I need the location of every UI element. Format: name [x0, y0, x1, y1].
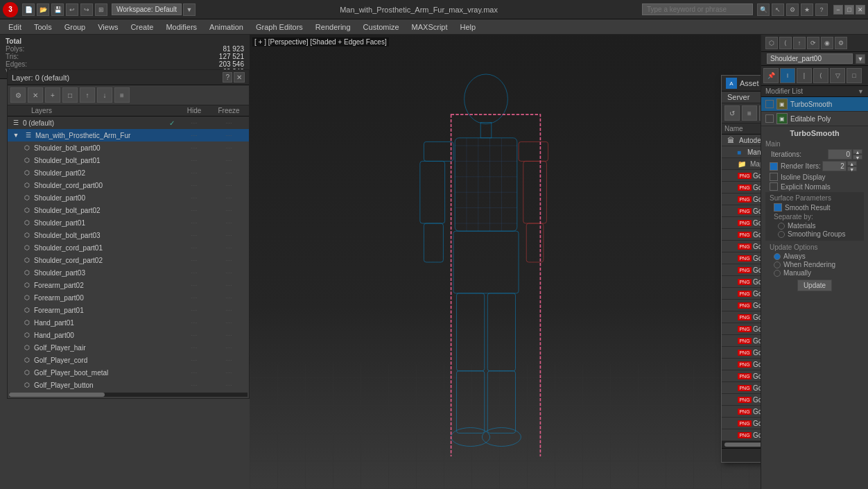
menu-customize[interactable]: Customize	[358, 22, 405, 33]
menu-views[interactable]: Views	[92, 22, 123, 33]
list-item[interactable]: ⬡ Forearm_part01 ···· ····	[8, 304, 249, 316]
list-item[interactable]: PNG Golf_Player_pant_normal.png Found	[722, 382, 761, 394]
list-item[interactable]: ⬡ Golf_Player_button ···· ····	[8, 379, 249, 391]
render-iters-checkbox[interactable]	[770, 162, 778, 171]
menu-tools[interactable]: Tools	[28, 22, 58, 33]
list-item[interactable]: ⬡ Golf_Player_hair ···· ····	[8, 341, 249, 354]
menu-animation[interactable]: Animation	[204, 22, 249, 33]
list-item[interactable]: ⬡ Hand_part01 ···· ····	[8, 316, 249, 329]
always-radio[interactable]	[774, 253, 781, 260]
list-item[interactable]: PNG Golf_Player_foot_displacement.png Fo…	[722, 194, 761, 205]
rp-motion-icon[interactable]: ⟳	[807, 37, 819, 49]
active-icon[interactable]: I	[780, 68, 795, 83]
select-icon[interactable]: ↖	[772, 3, 784, 16]
render-down-icon[interactable]: ▼	[847, 166, 857, 171]
list-item[interactable]: ⬡ Shoulder_part02 ···· ····	[8, 166, 249, 179]
menu-group[interactable]: Group	[59, 22, 92, 33]
list-item[interactable]: ■ Man_with_Prosthetic_Arm_Fur_max_vray.m…	[722, 146, 761, 158]
menu-edit[interactable]: Edit	[3, 22, 27, 33]
rp-hierarchy-icon[interactable]: ↑	[793, 37, 806, 49]
workspace-button[interactable]: Workspace: Default	[112, 3, 182, 15]
list-item[interactable]: ⬡ Shoulder_cord_part00 ···· ····	[8, 179, 249, 191]
rp-display-icon[interactable]: ◉	[821, 37, 833, 49]
open-icon[interactable]: 📂	[37, 3, 49, 16]
menu-help[interactable]: Help	[455, 22, 482, 33]
list-item[interactable]: PNG Golf_Player_hand_normal.png Found	[722, 288, 761, 300]
menu-modifiers[interactable]: Modifiers	[160, 22, 202, 33]
when-rendering-radio[interactable]	[774, 261, 781, 268]
list-item[interactable]: ⬡ Forearm_part00 ···· ····	[8, 291, 249, 304]
settings-icon[interactable]: ⚙	[786, 3, 799, 16]
layer-add-icon[interactable]: +	[45, 87, 60, 103]
pin-icon[interactable]: 📌	[763, 68, 779, 83]
help-icon[interactable]: ?	[815, 3, 828, 16]
isoline-checkbox[interactable]	[770, 173, 778, 181]
rp-create-icon[interactable]: ⬡	[765, 37, 778, 49]
layer-panel-close[interactable]: ✕	[234, 72, 245, 83]
mod-checkbox[interactable]	[765, 114, 774, 123]
menu-rendering[interactable]: Rendering	[310, 22, 356, 33]
at-grid-icon[interactable]: ⊞	[759, 105, 761, 121]
rp-modify-icon[interactable]: ⟨	[779, 37, 792, 49]
list-item[interactable]: ⬡ Shoulder_part00 ···· ····	[8, 191, 249, 204]
manually-radio[interactable]	[774, 270, 781, 277]
layer-settings-icon[interactable]: ⚙	[10, 87, 26, 103]
list-item[interactable]: PNG Golf_Player_glower_normal.png Found	[722, 252, 761, 264]
list-item[interactable]: PNG Golf_Player_foot_ferlect.png Found	[722, 205, 761, 217]
at-scrollbar-thumb[interactable]	[724, 443, 761, 447]
list-item[interactable]: ⬡ Golf_Player_boot_metal ···· ····	[8, 366, 249, 379]
at-list-icon[interactable]: ≡	[742, 105, 757, 121]
search-icon[interactable]: 🔍	[757, 3, 770, 16]
list-item[interactable]: PNG Golf_Player_top_normal.png Found	[722, 429, 761, 441]
layer-sort-icon[interactable]: ≡	[114, 87, 130, 103]
close-button[interactable]: ✕	[856, 5, 865, 15]
smoothing-groups-radio[interactable]	[778, 231, 785, 238]
list-item[interactable]: ⬡ Shoulder_part01 ···· ····	[8, 216, 249, 229]
materials-radio[interactable]	[778, 223, 785, 230]
modifier-item[interactable]: ▣ Editable Poly	[761, 112, 868, 126]
viewport-icon[interactable]: ⊞	[95, 3, 107, 16]
at-scrollbar[interactable]	[724, 443, 761, 447]
maximize-button[interactable]: □	[844, 5, 854, 15]
mod-checkbox[interactable]	[765, 100, 774, 108]
list-item[interactable]: PNG Golf_Player_foot_normal.png Found	[722, 217, 761, 229]
list-item[interactable]: ⬡ Shoulder_cord_part01 ···· ····	[8, 241, 249, 254]
search-input[interactable]	[642, 3, 753, 15]
layer-panel-help[interactable]: ?	[223, 72, 232, 83]
menu-graph-editors[interactable]: Graph Editors	[250, 22, 309, 33]
tool3-icon[interactable]: ▽	[830, 68, 845, 83]
explicit-normals-checkbox[interactable]	[770, 182, 778, 191]
at-menu-server[interactable]: Server	[722, 92, 755, 103]
list-item[interactable]: ▼ ☰ Man_with_Prosthetic_Arm_Fur ···· ···…	[8, 129, 249, 141]
render-up-icon[interactable]: ▲	[847, 161, 857, 166]
list-item[interactable]: ⬡ Shoulder_bolt_part00 ···· ····	[8, 141, 249, 154]
list-item[interactable]: 📁 Maps / Shaders	[722, 158, 761, 170]
list-item[interactable]: PNG Golf_Player_pant.png Found	[722, 359, 761, 370]
list-item[interactable]: PNG Golf_Player_hand_reflect.png Found	[722, 300, 761, 311]
menu-maxscript[interactable]: MAXScript	[406, 22, 453, 33]
viewport[interactable]: [ + ] [Perspective] [Shaded + Edged Face…	[250, 35, 761, 489]
modifier-item[interactable]: ▣ TurboSmooth	[761, 97, 868, 112]
iterations-input[interactable]	[828, 149, 852, 160]
rp-utilities-icon[interactable]: ⚙	[835, 37, 847, 49]
list-item[interactable]: PNG Golf_Player_glower_displacement.png …	[722, 241, 761, 252]
save-icon[interactable]: 💾	[51, 3, 64, 16]
undo-icon[interactable]: ↩	[66, 3, 78, 16]
list-item[interactable]: PNG Golf_Player_head.png Found	[722, 311, 761, 323]
object-name[interactable]: Shoulder_part00	[767, 53, 853, 64]
layer-move-down-icon[interactable]: ↓	[97, 87, 112, 103]
list-item[interactable]: ⬡ Shoulder_bolt_part02 ···· ····	[8, 204, 249, 216]
list-item[interactable]: PNG Golf_Player_pant_displacement.png Fo…	[722, 370, 761, 382]
list-item[interactable]: ⬡ Shoulder_bolt_part03 ···· ····	[8, 229, 249, 241]
list-item[interactable]: PNG Golf_Player_head_normal.png Found	[722, 335, 761, 347]
at-menu-file[interactable]: File	[755, 92, 761, 103]
redo-icon[interactable]: ↪	[80, 3, 93, 16]
minimize-button[interactable]: −	[833, 5, 843, 15]
at-scrollbar-area[interactable]	[722, 441, 761, 448]
layer-delete-icon[interactable]: ✕	[28, 87, 43, 103]
update-button[interactable]: Update	[797, 280, 832, 291]
list-item[interactable]: ⬡ Shoulder_bolt_part01 ···· ····	[8, 154, 249, 166]
list-item[interactable]: PNG Golf_Player_hand_displace.png Found	[722, 276, 761, 288]
list-item[interactable]: PNG Golf_Player_top_displacement.png Fou…	[722, 418, 761, 429]
iter-up-icon[interactable]: ▲	[853, 149, 862, 154]
